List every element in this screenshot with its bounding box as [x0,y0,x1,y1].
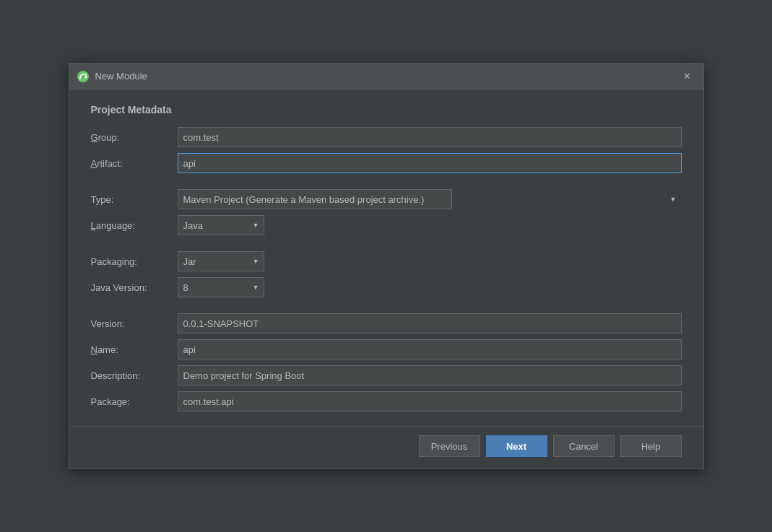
packaging-select-wrapper: Jar [178,251,264,271]
spacer-5 [91,303,170,308]
group-input[interactable] [178,127,682,147]
group-label: Group: [91,132,170,143]
artifact-label: Artifact: [91,158,170,169]
spacer-1 [91,179,170,183]
packaging-select[interactable]: Jar [178,251,264,271]
next-button[interactable]: Next [486,435,547,457]
spacer-3 [91,241,170,245]
type-label: Type: [91,194,170,205]
cancel-button[interactable]: Cancel [553,435,615,457]
spacer-6 [178,303,682,308]
svg-point-1 [84,76,87,78]
language-select-wrapper: Java [178,215,264,235]
java-version-select-wrapper: 8 [178,277,264,297]
artifact-input[interactable] [178,153,682,173]
svg-point-0 [77,71,89,82]
type-select[interactable]: Maven Project (Generate a Maven based pr… [178,189,452,209]
java-version-select[interactable]: 8 [178,277,264,297]
help-button[interactable]: Help [620,435,682,457]
spacer-4 [178,241,682,245]
package-label: Package: [91,396,170,407]
description-label: Description: [91,370,170,381]
title-bar-left: New Module [77,70,147,83]
previous-button[interactable]: Previous [419,435,480,457]
dialog-title: New Module [95,71,147,82]
app-icon [77,70,90,83]
name-input[interactable] [178,339,682,359]
spacer-2 [178,179,682,183]
language-label: Language: [91,220,170,231]
form-grid: Group: Artifact: Type: Maven Project (Ge… [91,127,682,411]
version-input[interactable] [178,313,682,333]
title-bar: New Module × [69,64,703,90]
package-input[interactable] [178,391,682,411]
close-button[interactable]: × [679,68,696,85]
packaging-label: Packaging: [91,256,170,267]
java-version-label: Java Version: [91,282,170,293]
dialog-content: Project Metadata Group: Artifact: Type: … [69,90,703,426]
footer: Previous Next Cancel Help [69,426,703,468]
version-label: Version: [91,318,170,329]
type-select-wrapper: Maven Project (Generate a Maven based pr… [178,189,682,209]
language-select[interactable]: Java [178,215,264,235]
new-module-dialog: New Module × Project Metadata Group: Art… [69,63,704,469]
description-input[interactable] [178,365,682,385]
name-label: Name: [91,344,170,355]
section-title: Project Metadata [91,104,682,115]
